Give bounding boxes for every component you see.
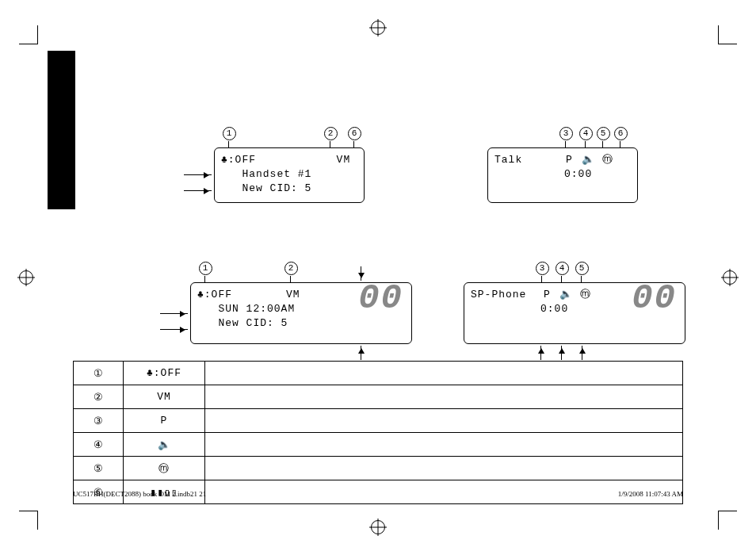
pointer-arrow — [160, 313, 188, 314]
crop-mark-tl — [19, 25, 38, 44]
ringer-off-label: ♣:OFF — [221, 154, 256, 166]
pointer-arrow-up — [561, 346, 562, 360]
legend-symbol: 🔈 — [124, 433, 205, 457]
callout-3: 3 — [559, 127, 573, 140]
table-row: ④🔈 — [74, 433, 683, 457]
callout-6b: 6 — [614, 127, 628, 140]
legend-symbol: ⓜ — [124, 457, 205, 480]
talk-label: Talk — [494, 154, 522, 166]
legend-num: ④ — [74, 433, 124, 457]
callout-line — [585, 141, 586, 147]
pointer-arrow-up — [361, 346, 361, 360]
table-row: ①♣:OFF — [74, 362, 683, 385]
vm-label: VM — [337, 153, 357, 167]
legend-table: ①♣:OFF②VM③P④🔈⑤ⓜ⑥▮▮▯▯ — [73, 361, 683, 504]
legend-symbol: VM — [124, 385, 205, 409]
legend-desc — [205, 433, 683, 457]
privacy-label: P — [566, 153, 580, 167]
pointer-arrow-down — [361, 266, 361, 281]
pointer-arrow — [184, 174, 212, 175]
registration-mark-bottom — [371, 520, 385, 534]
new-cid-line-b: New CID: 5 — [197, 316, 405, 331]
pointer-arrow — [184, 190, 212, 191]
table-row: ②VM — [74, 385, 683, 409]
callout-line — [620, 141, 620, 147]
legend-num: ① — [74, 362, 124, 385]
legend-num: ⑤ — [74, 457, 124, 480]
status-icons: 🔈 ⓜ — [582, 153, 613, 167]
callout-3b: 3 — [536, 262, 549, 275]
table-row: ⑤ⓜ — [74, 457, 683, 480]
legend-desc — [205, 457, 683, 480]
spphone-label: SP-Phone — [471, 289, 526, 300]
callout-line — [290, 276, 291, 282]
callout-line — [565, 141, 566, 147]
crop-mark-tr — [718, 25, 737, 44]
callout-4: 4 — [579, 127, 593, 140]
lcd-handset-talk: TalkP 🔈 ⓜ 0:00 — [487, 147, 638, 203]
callout-line — [353, 141, 354, 147]
legend-desc — [205, 409, 683, 433]
callout-2: 2 — [324, 127, 338, 140]
crop-mark-br — [718, 511, 737, 530]
lcd-base-talk: SP-PhoneP 🔈 ⓜ 0:00 00 — [464, 282, 685, 344]
lcd-base-standby: ♣:OFFVM SUN 12:00AM New CID: 5 00 — [190, 282, 412, 344]
timer-line: 0:00 — [494, 167, 631, 182]
registration-mark-right — [723, 270, 737, 285]
legend-symbol: ♣:OFF — [124, 362, 205, 385]
callout-line — [330, 141, 330, 147]
footer-filename: UC517BH(DECT2088) book OM 2.indb21 21 — [73, 490, 206, 498]
callout-line — [204, 276, 205, 282]
seven-segment-counter-b: 00 — [632, 291, 677, 305]
lcd-handset-standby: ♣:OFFVM Handset #1 New CID: 5 — [214, 147, 365, 203]
privacy-label-b: P — [544, 288, 558, 302]
footer-timestamp: 1/9/2008 11:07:43 AM — [618, 490, 683, 498]
callout-line — [561, 276, 562, 282]
callout-line — [228, 141, 229, 147]
legend-num: ② — [74, 385, 124, 409]
callout-line — [581, 276, 582, 282]
callout-5b: 5 — [575, 262, 589, 275]
page-content: ♣:OFFVM Handset #1 New CID: 5 1 2 6 Talk… — [48, 48, 708, 507]
pointer-arrow-up — [582, 346, 582, 360]
callout-line — [602, 141, 603, 147]
pointer-arrow — [160, 329, 188, 330]
table-row: ③P — [74, 409, 683, 433]
callout-1b: 1 — [199, 262, 212, 275]
status-icons-b: 🔈 ⓜ — [559, 288, 591, 302]
crop-mark-bl — [19, 511, 38, 530]
legend-desc — [205, 362, 683, 385]
seven-segment-counter: 00 — [358, 291, 403, 305]
ringer-off-label-b: ♣:OFF — [197, 289, 232, 300]
callout-6: 6 — [348, 127, 361, 140]
legend-num: ③ — [74, 409, 124, 433]
handset-name-line: Handset #1 — [221, 167, 357, 182]
callout-4b: 4 — [556, 262, 569, 275]
legend-symbol: P — [124, 409, 205, 433]
callout-line — [541, 276, 542, 282]
vm-label-b: VM — [286, 288, 300, 302]
callout-5: 5 — [597, 127, 610, 140]
registration-mark-left — [19, 270, 33, 285]
registration-mark-top — [371, 21, 385, 35]
legend-desc — [205, 385, 683, 409]
pointer-arrow-up — [540, 346, 541, 360]
page-footer: UC517BH(DECT2088) book OM 2.indb21 21 1/… — [73, 490, 683, 498]
callout-1: 1 — [223, 127, 236, 140]
callout-2b: 2 — [284, 262, 298, 275]
new-cid-line: New CID: 5 — [221, 182, 357, 196]
thumb-tab — [48, 51, 75, 209]
